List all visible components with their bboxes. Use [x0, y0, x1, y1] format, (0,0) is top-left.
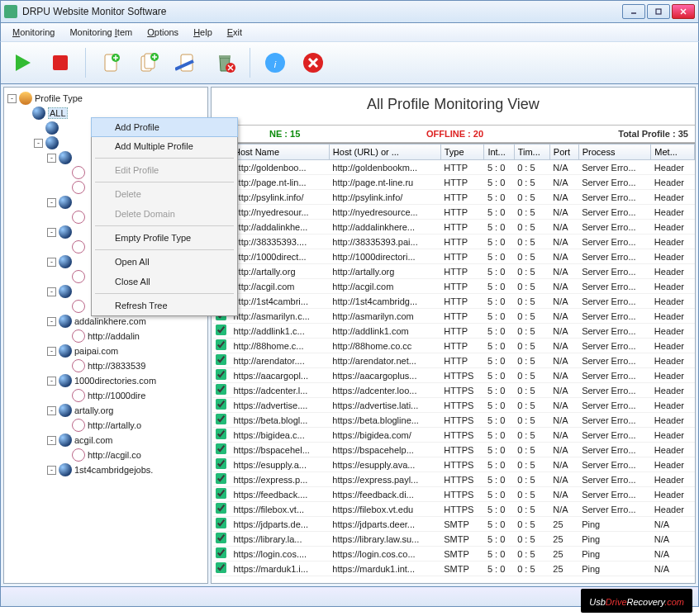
- ctx-open-all[interactable]: Open All: [92, 252, 237, 272]
- table-row[interactable]: http://page.nt-lin...http://page.nt-line…: [212, 175, 695, 190]
- expand-icon[interactable]: -: [47, 198, 56, 207]
- table-row[interactable]: https://express.p...https://express.payl…: [212, 472, 695, 487]
- expand-icon[interactable]: -: [47, 377, 56, 386]
- minimize-button[interactable]: [622, 4, 645, 19]
- table-row[interactable]: http://goldenboo...http://goldenbookm...…: [212, 160, 695, 175]
- table-row[interactable]: http://artally.orghttp://artally.orgHTTP…: [212, 264, 695, 279]
- tree-node[interactable]: -1st4cambridgejobs.: [7, 462, 206, 477]
- ctx-empty-profile-type[interactable]: Empty Profile Type: [92, 228, 237, 248]
- table-row[interactable]: https://jdparts.de...https://jdparts.dee…: [212, 517, 695, 532]
- menu-help[interactable]: Help: [187, 26, 219, 39]
- row-checkbox[interactable]: [216, 562, 226, 573]
- tree-node[interactable]: -1000directories.com: [7, 373, 206, 388]
- tree-node[interactable]: -Profile Type: [7, 91, 206, 106]
- tree-node[interactable]: -paipai.com: [7, 344, 206, 358]
- expand-icon[interactable]: -: [47, 287, 56, 296]
- menu-exit[interactable]: Exit: [221, 26, 249, 39]
- expand-icon[interactable]: -: [47, 258, 56, 267]
- row-checkbox[interactable]: [216, 518, 226, 528]
- expand-icon[interactable]: -: [47, 466, 56, 475]
- info-button[interactable]: i: [260, 48, 290, 78]
- table-row[interactable]: https://marduk1.i...https://marduk1.int.…: [212, 562, 695, 576]
- maximize-button[interactable]: [647, 4, 670, 19]
- row-checkbox[interactable]: [216, 458, 226, 469]
- delete-button[interactable]: [210, 48, 240, 78]
- table-row[interactable]: http://88home.c...http://88home.co.ccHTT…: [212, 339, 695, 353]
- col-header[interactable]: Met...: [651, 145, 695, 160]
- row-checkbox[interactable]: [216, 547, 226, 558]
- tree-node[interactable]: http://1000dire: [7, 388, 206, 403]
- col-header[interactable]: Host (URL) or ...: [329, 145, 440, 160]
- table-row[interactable]: https://login.cos....https://login.cos.c…: [212, 547, 695, 562]
- expand-icon[interactable]: -: [47, 436, 56, 445]
- edit-profile-button[interactable]: [172, 48, 202, 78]
- row-checkbox[interactable]: [216, 414, 226, 424]
- row-checkbox[interactable]: [216, 488, 226, 499]
- menu-monitoring-item[interactable]: Monitoring Item: [63, 26, 139, 39]
- expand-icon[interactable]: -: [47, 347, 56, 356]
- ctx-add-profile[interactable]: Add Profile: [91, 117, 238, 137]
- expand-icon[interactable]: -: [47, 406, 56, 415]
- table-row[interactable]: https://esupply.a...https://esupply.ava.…: [212, 457, 695, 472]
- table-row[interactable]: https://adcenter.l...https://adcenter.lo…: [212, 383, 695, 398]
- col-header[interactable]: Port: [549, 145, 578, 160]
- table-row[interactable]: http://acgil.comhttp://acgil.comHTTP5 : …: [212, 279, 695, 294]
- tree-node[interactable]: http://addalin: [7, 329, 206, 344]
- table-row[interactable]: http://addalinkhe...http://addalinkhere.…: [212, 220, 695, 235]
- row-checkbox[interactable]: [216, 399, 226, 410]
- table-row[interactable]: https://feedback....https://feedback.di.…: [212, 487, 695, 502]
- expand-icon[interactable]: -: [47, 154, 56, 163]
- table-row[interactable]: http://nyedresour...http://nyedresource.…: [212, 205, 695, 220]
- table-row[interactable]: http://psylink.info/http://psylink.info/…: [212, 190, 695, 205]
- row-checkbox[interactable]: [216, 533, 226, 543]
- row-checkbox[interactable]: [216, 339, 226, 350]
- row-checkbox[interactable]: [216, 354, 226, 365]
- tree-node[interactable]: -acgil.com: [7, 433, 206, 448]
- stop-button[interactable]: [45, 48, 75, 78]
- table-scroll[interactable]: Host NameHost (URL) or ...TypeInt...Tim.…: [212, 143, 695, 583]
- table-row[interactable]: https://aacargopl...https://aacargoplus.…: [212, 368, 695, 383]
- row-checkbox[interactable]: [216, 443, 226, 454]
- row-checkbox[interactable]: [216, 369, 226, 380]
- table-row[interactable]: http://arendator....http://arendator.net…: [212, 353, 695, 368]
- tree-node[interactable]: http://3833539: [7, 358, 206, 373]
- tree-node[interactable]: -artally.org: [7, 403, 206, 418]
- table-row[interactable]: http://1st4cambri...http://1st4cambridg.…: [212, 294, 695, 309]
- table-row[interactable]: https://bigidea.c...https://bigidea.com/…: [212, 428, 695, 443]
- row-checkbox[interactable]: [216, 473, 226, 484]
- col-header[interactable]: Int...: [484, 145, 514, 160]
- menu-monitoring[interactable]: Monitoring: [6, 26, 61, 39]
- row-checkbox[interactable]: [216, 429, 226, 439]
- close-button[interactable]: [672, 4, 695, 19]
- row-checkbox[interactable]: [216, 503, 226, 514]
- ctx-refresh-tree[interactable]: Refresh Tree: [92, 296, 237, 315]
- play-button[interactable]: [7, 48, 37, 78]
- tree-node[interactable]: http://acgil.co: [7, 448, 206, 462]
- table-row[interactable]: http://1000direct...http://1000directori…: [212, 249, 695, 264]
- expand-icon[interactable]: -: [47, 228, 56, 237]
- ctx-close-all[interactable]: Close All: [92, 272, 237, 291]
- col-header[interactable]: Process: [578, 145, 651, 160]
- col-header[interactable]: Type: [440, 145, 484, 160]
- table-row[interactable]: http://addlink1.c...http://addlink1.comH…: [212, 324, 695, 339]
- col-header[interactable]: Tim...: [514, 145, 549, 160]
- menu-options[interactable]: Options: [140, 26, 185, 39]
- add-multiple-button[interactable]: [134, 48, 164, 78]
- expand-icon[interactable]: -: [47, 317, 56, 326]
- col-header[interactable]: Host Name: [231, 145, 330, 160]
- table-row[interactable]: https://filebox.vt...https://filebox.vt.…: [212, 502, 695, 517]
- table-row[interactable]: http://asmarilyn.c...http://asmarilyn.co…: [212, 309, 695, 324]
- table-row[interactable]: http://38335393....http://38335393.pai..…: [212, 235, 695, 249]
- expand-icon[interactable]: -: [34, 139, 43, 148]
- table-row[interactable]: https://beta.blogl...https://beta.blogli…: [212, 413, 695, 428]
- tree-node[interactable]: http://artally.o: [7, 418, 206, 433]
- table-row[interactable]: https://advertise....https://advertise.l…: [212, 398, 695, 413]
- row-checkbox[interactable]: [216, 384, 226, 395]
- new-profile-button[interactable]: [96, 48, 126, 78]
- exit-button[interactable]: [298, 48, 328, 78]
- table-row[interactable]: https://bspacehel...https://bspacehelp..…: [212, 443, 695, 457]
- row-checkbox[interactable]: [216, 325, 226, 335]
- table-row[interactable]: https://library.la...https://library.law…: [212, 532, 695, 547]
- expand-icon[interactable]: -: [7, 94, 17, 103]
- ctx-add-multiple-profile[interactable]: Add Multiple Profile: [92, 136, 237, 156]
